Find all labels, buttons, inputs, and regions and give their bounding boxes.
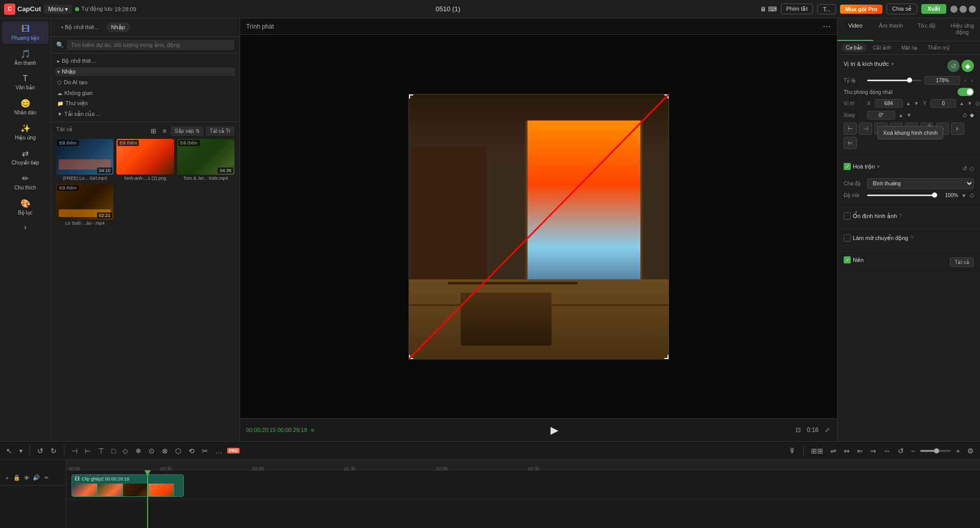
tab-hieu-ung-dong[interactable]: Hiệu ứng động bbox=[944, 18, 980, 41]
grid-view-button[interactable]: ⊞ bbox=[149, 126, 158, 136]
subtab-cat-anh[interactable]: Cắt ảnh bbox=[869, 43, 895, 52]
align-distribute-v[interactable]: ⊧ bbox=[951, 123, 964, 135]
position-x-up[interactable]: ▲ bbox=[906, 101, 911, 106]
sidebar-item-phuong-tien[interactable]: 🎞 Phương tiện bbox=[2, 21, 49, 44]
reset-position-button[interactable]: ↺ bbox=[947, 60, 960, 72]
opacity-keyframe[interactable]: ◇ bbox=[970, 192, 974, 199]
t-button[interactable]: T... bbox=[817, 4, 836, 14]
sidebar-item-chu-thich[interactable]: ✏ Chú thích bbox=[2, 171, 49, 194]
fit-button[interactable]: ⊞⊞ bbox=[809, 446, 825, 456]
list-view-button[interactable]: ≡ bbox=[160, 126, 169, 136]
transform-button[interactable]: ⟲ bbox=[186, 446, 197, 456]
opacity-slider[interactable] bbox=[867, 195, 937, 196]
zoom-in-button[interactable]: − bbox=[909, 446, 917, 456]
microphone-button[interactable]: 🎙 bbox=[787, 446, 798, 456]
media-tab-bo-nho[interactable]: • Bộ nhớ thiê... bbox=[56, 22, 104, 32]
opacity-slider-thumb[interactable] bbox=[932, 193, 937, 198]
list-item[interactable]: Đã thêm hinh-anh-...1 (1).png bbox=[116, 139, 174, 181]
align-left-button[interactable]: ⊢ bbox=[844, 123, 857, 135]
corner-handle-tr[interactable] bbox=[664, 94, 668, 99]
preview-menu-button[interactable]: ⋯ bbox=[823, 21, 831, 31]
rotate-input[interactable] bbox=[867, 111, 895, 119]
ratio-increase-button[interactable]: › bbox=[970, 77, 974, 84]
subtab-mat-na[interactable]: Mặt nạ bbox=[897, 43, 921, 52]
zoom-out-button[interactable]: + bbox=[954, 446, 962, 456]
more-button[interactable]: … bbox=[213, 446, 224, 456]
align-bottom-button[interactable]: ↕ bbox=[920, 123, 934, 135]
position-x-input[interactable] bbox=[875, 99, 903, 108]
resolution-button[interactable]: 0:16 bbox=[806, 425, 820, 435]
sidebar-item-am-thanh[interactable]: 🎵 Âm thanh bbox=[2, 46, 49, 69]
fullscreen-button[interactable]: ⤢ bbox=[824, 425, 831, 435]
position-y-input[interactable] bbox=[930, 99, 956, 108]
align-right-button[interactable]: ⊤ bbox=[874, 123, 888, 135]
opacity-decrease[interactable]: ▼ bbox=[961, 193, 967, 199]
blend-checkbox[interactable]: ✓ bbox=[844, 163, 851, 170]
align-center-h-button[interactable]: ⊣ bbox=[859, 123, 872, 135]
list-item[interactable]: Đã thêm 02:21 Lò Suối ...ào -.mp4 bbox=[56, 184, 113, 226]
settings-button[interactable]: ⚙ bbox=[965, 446, 976, 456]
maximize-button[interactable] bbox=[960, 6, 967, 13]
subnav-tai-san[interactable]: ▼ Tải sản của ... bbox=[55, 110, 235, 118]
subnav-nhap[interactable]: ▾ Nhập bbox=[55, 67, 235, 76]
list-item[interactable]: Đã thêm 04:35 Tom & Jer... Kids.mp4 bbox=[177, 139, 234, 181]
corner-handle-br[interactable] bbox=[664, 355, 668, 359]
split-start-button[interactable]: ⊣ bbox=[69, 446, 80, 456]
undo-button[interactable]: ↺ bbox=[35, 446, 45, 456]
beat-button[interactable]: ⬡ bbox=[173, 446, 183, 456]
play-button[interactable]: ▶ bbox=[546, 422, 562, 438]
track-add-button[interactable]: + bbox=[3, 474, 11, 482]
background-checkbox[interactable]: ✓ bbox=[844, 256, 851, 263]
redo-button[interactable]: ↻ bbox=[49, 446, 59, 456]
align-center-v-button[interactable]: ⊞ bbox=[905, 123, 918, 135]
sidebar-item-hieu-ung[interactable]: ✨ Hiệu ứng bbox=[2, 121, 49, 143]
select-arrow-button[interactable]: ▾ bbox=[17, 446, 25, 455]
tab-am-thanh[interactable]: Âm thanh bbox=[873, 18, 909, 41]
track-lock-button[interactable]: 🔒 bbox=[13, 474, 21, 482]
track-edit-button[interactable]: ✏ bbox=[42, 474, 51, 482]
reset-zoom-button[interactable]: ↺ bbox=[896, 446, 906, 456]
ratio-slider[interactable] bbox=[867, 80, 921, 81]
shortcut-button[interactable]: Phím tắt bbox=[781, 4, 814, 14]
subtab-tham-my[interactable]: Thẩm mỹ bbox=[923, 43, 953, 52]
expand-sidebar-button[interactable]: › bbox=[24, 223, 27, 232]
media-tab-nhap[interactable]: Nhập bbox=[106, 22, 130, 32]
sidebar-item-van-ban[interactable]: T Văn bản bbox=[2, 71, 49, 93]
tab-toc-do[interactable]: Tốc độ bbox=[909, 18, 945, 41]
keyframe-rotate-small[interactable]: ◇ bbox=[963, 112, 967, 118]
list-item[interactable]: Đã thêm 04:10 (FREE) Lo... Girl.mp3 bbox=[56, 139, 113, 181]
video-clip[interactable]: 🎞 Clip ghép2 00:00:29:18 bbox=[71, 474, 184, 497]
keyframe-position-small[interactable]: ◇ bbox=[975, 100, 979, 107]
buy-pro-button[interactable]: Mua gói Pro bbox=[840, 5, 882, 14]
align-distribute-h[interactable]: ↔ bbox=[936, 123, 949, 135]
motion-blur-checkbox[interactable] bbox=[844, 234, 851, 242]
split-button[interactable]: ⊢ bbox=[83, 446, 93, 456]
freeze-button[interactable]: ❄ bbox=[133, 446, 144, 456]
subnav-thu-vien[interactable]: 📁 Thư viện bbox=[55, 99, 235, 108]
keyframe-position-button[interactable]: ◆ bbox=[962, 60, 974, 72]
record-button[interactable]: ⊗ bbox=[160, 446, 170, 456]
blend-keyframe-button[interactable]: ◇ bbox=[969, 165, 974, 172]
select-tool-button[interactable]: ↖ bbox=[4, 446, 14, 456]
keyframe-rotate-add[interactable]: ◆ bbox=[970, 112, 974, 118]
mask-button[interactable]: ◇ bbox=[121, 446, 130, 456]
rotate-down[interactable]: ▼ bbox=[906, 112, 912, 118]
blend-mode-select[interactable]: Bình thường bbox=[867, 178, 974, 189]
uniform-scale-toggle[interactable] bbox=[958, 88, 974, 96]
subnav-ai[interactable]: ⬡ Do AI tạo bbox=[55, 78, 235, 87]
split-end-button[interactable]: ⊤ bbox=[96, 446, 106, 456]
ripple-button[interactable]: ⇔ bbox=[842, 446, 852, 456]
minimize-button[interactable] bbox=[950, 6, 958, 13]
split-audio-button[interactable]: ⇌ bbox=[828, 446, 839, 456]
tab-video[interactable]: Video bbox=[838, 18, 873, 41]
fit-screen-button[interactable]: ⊡ bbox=[795, 425, 802, 435]
zoom-slider[interactable] bbox=[920, 450, 951, 452]
rotate-up[interactable]: ▲ bbox=[898, 112, 903, 118]
ratio-decrease-button[interactable]: ‹ bbox=[963, 77, 967, 84]
stabilize-checkbox[interactable] bbox=[844, 212, 851, 220]
select-all-button[interactable]: Tất cả Tr bbox=[206, 126, 234, 136]
subnav-bo-nho[interactable]: ▸ Bộ nhớ thiê... bbox=[55, 57, 235, 65]
sidebar-item-chuyen-tiep[interactable]: ⇄ Chuyển tiếp bbox=[2, 146, 49, 169]
align-extra[interactable]: ⊨ bbox=[844, 137, 857, 149]
subnav-khong-gian[interactable]: ☁ Không gian bbox=[55, 89, 235, 97]
